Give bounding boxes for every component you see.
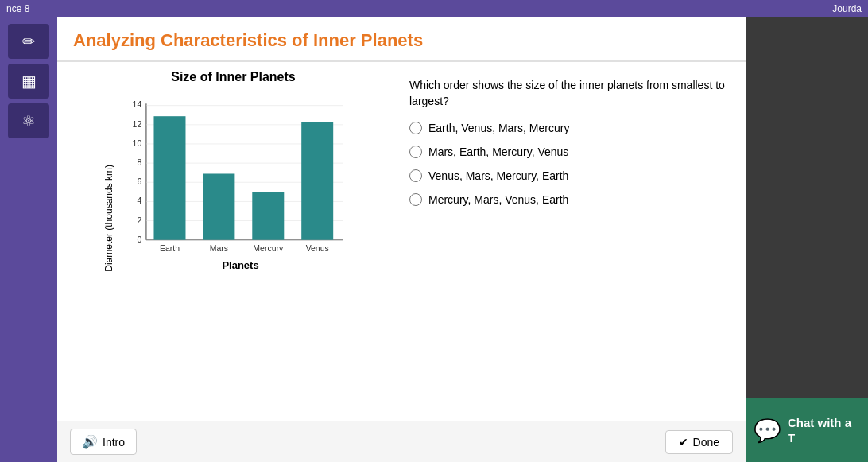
y-axis-label: Diameter (thousands km) xyxy=(103,165,114,272)
done-button[interactable]: ✔ Done xyxy=(665,430,733,454)
question-text: Which order shows the size of the inner … xyxy=(409,78,730,109)
chart-container: Diameter (thousands km) 0 2 xyxy=(103,92,364,272)
pencil-button[interactable]: ✏ xyxy=(8,24,49,59)
calculator-button[interactable]: ▦ xyxy=(8,64,49,99)
venus-bar xyxy=(301,122,333,240)
chat-icon: 💬 xyxy=(754,417,781,444)
radio-4[interactable] xyxy=(409,193,422,206)
svg-text:2: 2 xyxy=(137,216,141,225)
content-header: Analyzing Characteristics of Inner Plane… xyxy=(57,17,746,62)
top-bar-left: nce 8 xyxy=(6,3,29,14)
mercury-bar xyxy=(252,192,284,240)
svg-text:Earth: Earth xyxy=(159,244,179,251)
answer-option-1[interactable]: Earth, Venus, Mars, Mercury xyxy=(409,122,730,134)
sidebar: ✏ ▦ ⚛ xyxy=(0,17,57,462)
page-title: Analyzing Characteristics of Inner Plane… xyxy=(73,30,730,51)
chart-title: Size of Inner Planets xyxy=(171,70,295,84)
svg-text:Mars: Mars xyxy=(209,244,227,251)
option-4-label: Mercury, Mars, Venus, Earth xyxy=(428,193,568,206)
intro-label: Intro xyxy=(103,436,125,448)
chat-text: Chat with a T xyxy=(788,415,860,446)
svg-text:6: 6 xyxy=(137,177,141,186)
svg-text:4: 4 xyxy=(137,196,141,205)
x-axis-label: Planets xyxy=(222,259,258,271)
content-body: Size of Inner Planets Diameter (thousand… xyxy=(57,62,746,280)
chat-button[interactable]: 💬 Chat with a T xyxy=(746,398,868,462)
svg-text:12: 12 xyxy=(132,120,141,129)
svg-text:10: 10 xyxy=(132,139,141,148)
svg-text:Mercury: Mercury xyxy=(253,244,284,251)
mars-bar xyxy=(203,173,234,239)
svg-text:14: 14 xyxy=(132,100,141,109)
checkmark-icon: ✔ xyxy=(679,436,688,448)
atom-button[interactable]: ⚛ xyxy=(8,103,49,138)
radio-1[interactable] xyxy=(409,122,422,134)
chart-with-xaxis: 0 2 4 6 8 10 12 14 xyxy=(118,92,364,272)
top-bar-right: Jourda xyxy=(832,3,862,14)
main-content: Analyzing Characteristics of Inner Plane… xyxy=(57,17,746,432)
radio-2[interactable] xyxy=(409,146,422,158)
bottom-bar: 🔊 Intro ✔ Done xyxy=(57,421,746,462)
option-1-label: Earth, Venus, Mars, Mercury xyxy=(428,122,569,134)
option-2-label: Mars, Earth, Mercury, Venus xyxy=(428,146,568,158)
intro-button[interactable]: 🔊 Intro xyxy=(70,429,137,455)
answer-option-2[interactable]: Mars, Earth, Mercury, Venus xyxy=(409,146,730,158)
chart-section: Size of Inner Planets Diameter (thousand… xyxy=(73,70,393,272)
done-label: Done xyxy=(693,436,719,448)
bar-chart: 0 2 4 6 8 10 12 14 xyxy=(118,92,364,251)
top-bar: nce 8 Jourda xyxy=(0,0,868,17)
answer-option-3[interactable]: Venus, Mars, Mercury, Earth xyxy=(409,169,730,182)
speaker-icon: 🔊 xyxy=(82,434,98,449)
svg-text:8: 8 xyxy=(137,158,141,167)
chat-panel: 💬 Chat with a T xyxy=(746,17,868,462)
question-section: Which order shows the size of the inner … xyxy=(409,70,730,272)
answer-option-4[interactable]: Mercury, Mars, Venus, Earth xyxy=(409,193,730,206)
svg-text:Venus: Venus xyxy=(305,244,328,251)
option-3-label: Venus, Mars, Mercury, Earth xyxy=(428,169,568,182)
radio-3[interactable] xyxy=(409,169,422,182)
svg-text:0: 0 xyxy=(137,235,141,244)
earth-bar xyxy=(153,116,185,240)
